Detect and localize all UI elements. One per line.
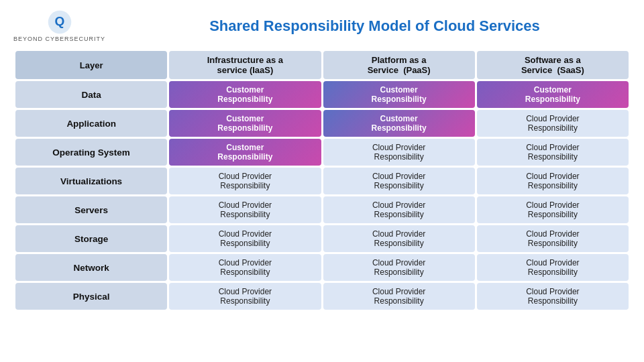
table-row: NetworkCloud ProviderResponsibilityCloud… [15,254,629,281]
logo-icon: Q [47,9,72,35]
iaas-cell: Cloud ProviderResponsibility [169,168,321,194]
page-container: Q BEYOND CYBERSECURITY Shared Responsibi… [0,0,644,362]
table-row: PhysicalCloud ProviderResponsibilityClou… [15,283,629,310]
table-wrapper: Layer Infrastructure as aservice (IaaS) … [13,49,631,355]
header: Q BEYOND CYBERSECURITY Shared Responsibi… [13,9,631,42]
paas-cell: Cloud ProviderResponsibility [323,283,475,310]
table-row: ApplicationCustomerResponsibilityCustome… [15,110,629,137]
col-iaas: Infrastructure as aservice (IaaS) [169,51,321,79]
iaas-cell: Cloud ProviderResponsibility [169,225,321,252]
layer-cell: Virtualizations [15,168,167,194]
saas-cell: Cloud ProviderResponsibility [477,254,629,281]
table-row: Operating SystemCustomerResponsibilityCl… [15,139,629,166]
iaas-cell: Cloud ProviderResponsibility [169,196,321,223]
table-row: DataCustomerResponsibilityCustomerRespon… [15,81,629,108]
table-header-row: Layer Infrastructure as aservice (IaaS) … [15,51,629,79]
saas-cell: Cloud ProviderResponsibility [477,283,629,310]
saas-cell: Cloud ProviderResponsibility [477,110,629,137]
iaas-cell: Cloud ProviderResponsibility [169,254,321,281]
layer-cell: Servers [15,196,167,223]
logo-tagline: BEYOND CYBERSECURITY [13,36,105,42]
iaas-cell: CustomerResponsibility [169,110,321,137]
iaas-cell: CustomerResponsibility [169,139,321,166]
table-row: ServersCloud ProviderResponsibilityCloud… [15,196,629,223]
paas-cell: CustomerResponsibility [323,81,475,108]
paas-cell: Cloud ProviderResponsibility [323,254,475,281]
col-saas: Software as aService (SaaS) [477,51,629,79]
responsibility-table: Layer Infrastructure as aservice (IaaS) … [13,49,631,312]
svg-text:Q: Q [54,14,64,28]
iaas-cell: CustomerResponsibility [169,81,321,108]
col-layer: Layer [15,51,167,79]
layer-cell: Operating System [15,139,167,166]
saas-cell: Cloud ProviderResponsibility [477,139,629,166]
paas-cell: Cloud ProviderResponsibility [323,196,475,223]
paas-cell: Cloud ProviderResponsibility [323,168,475,194]
layer-cell: Storage [15,225,167,252]
layer-cell: Network [15,254,167,281]
layer-cell: Physical [15,283,167,310]
layer-cell: Application [15,110,167,137]
logo-area: Q BEYOND CYBERSECURITY [13,9,105,42]
table-row: StorageCloud ProviderResponsibilityCloud… [15,225,629,252]
col-paas: Platform as aService (PaaS) [323,51,475,79]
page-title: Shared Responsibility Model of Cloud Ser… [119,17,631,35]
table-row: VirtualizationsCloud ProviderResponsibil… [15,168,629,194]
paas-cell: Cloud ProviderResponsibility [323,139,475,166]
saas-cell: Cloud ProviderResponsibility [477,196,629,223]
saas-cell: CustomerResponsibility [477,81,629,108]
paas-cell: Cloud ProviderResponsibility [323,225,475,252]
layer-cell: Data [15,81,167,108]
saas-cell: Cloud ProviderResponsibility [477,168,629,194]
iaas-cell: Cloud ProviderResponsibility [169,283,321,310]
saas-cell: Cloud ProviderResponsibility [477,225,629,252]
paas-cell: CustomerResponsibility [323,110,475,137]
